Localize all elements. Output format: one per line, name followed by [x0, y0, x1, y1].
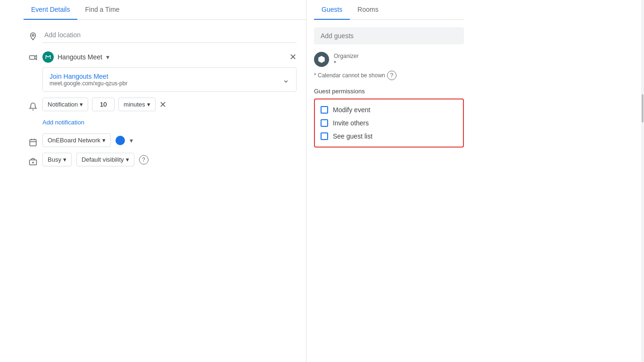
- busy-label: Busy: [48, 156, 61, 163]
- left-tabs: Event Details Find a Time: [24, 0, 306, 20]
- permission-see-guest-list: See guest list: [321, 130, 457, 143]
- notification-value-input[interactable]: [92, 98, 115, 111]
- organizer-email: *: [334, 59, 359, 66]
- status-content: Busy ▾ Default visibility ▾ ?: [42, 153, 297, 166]
- visibility-help-icon[interactable]: ?: [139, 155, 149, 165]
- calendar-select[interactable]: OnEBoard Network ▾: [42, 133, 111, 147]
- invite-others-checkbox[interactable]: [321, 119, 328, 127]
- invite-others-label: Invite others: [333, 119, 369, 127]
- status-bar: Busy ▾ Default visibility ▾ ?: [42, 153, 297, 166]
- meet-close-button[interactable]: ✕: [289, 52, 297, 62]
- svg-point-0: [32, 34, 34, 36]
- location-row: [24, 27, 306, 43]
- guest-permissions-box: Modify event Invite others See guest lis…: [314, 99, 464, 148]
- modify-event-checkbox[interactable]: [321, 106, 328, 114]
- notification-content: Notification ▾ minutes ▾ ✕: [42, 98, 297, 111]
- meet-bar: Hangouts Meet ▾ ✕: [42, 49, 297, 66]
- tab-event-details[interactable]: Event Details: [24, 0, 77, 20]
- svg-rect-2: [30, 140, 36, 146]
- add-notif-spacer: [24, 117, 42, 122]
- meet-url: meet.google.com/xgu-qzus-pbr: [50, 80, 127, 87]
- location-icon: [24, 27, 42, 41]
- briefcase-icon: [24, 153, 42, 166]
- bell-icon: [24, 98, 42, 111]
- notification-type-chevron: ▾: [80, 101, 83, 108]
- calendar-note-text: * Calendar cannot be shown: [314, 72, 385, 79]
- organizer-avatar: [314, 52, 329, 67]
- calendar-icon: [24, 133, 42, 147]
- calendar-note: * Calendar cannot be shown ?: [314, 71, 464, 80]
- right-tabs: Guests Rooms: [314, 0, 464, 20]
- meet-row: Hangouts Meet ▾ ✕ Join Hangouts Meet mee…: [24, 49, 306, 92]
- meet-join-link[interactable]: Join Hangouts Meet: [50, 73, 127, 80]
- notification-unit-chevron: ▾: [147, 101, 150, 108]
- calendar-row: OnEBoard Network ▾ ▾: [24, 133, 306, 147]
- meet-expand-icon[interactable]: ⌄: [282, 74, 289, 85]
- tab-guests[interactable]: Guests: [314, 0, 350, 20]
- guest-permissions-title: Guest permissions: [314, 88, 464, 95]
- add-notification-row: Add notification: [24, 117, 306, 128]
- svg-rect-1: [30, 56, 35, 59]
- meet-content: Hangouts Meet ▾ ✕ Join Hangouts Meet mee…: [42, 49, 297, 92]
- calendar-selector-row: OnEBoard Network ▾ ▾: [42, 133, 297, 147]
- notification-unit-select[interactable]: minutes ▾: [118, 98, 156, 111]
- guest-permissions-section: Guest permissions Modify event Invite ot…: [314, 88, 464, 148]
- organizer-label: Organizer: [334, 53, 359, 59]
- calendar-chevron-icon: ▾: [102, 137, 106, 144]
- notification-row: Notification ▾ minutes ▾ ✕: [24, 98, 306, 111]
- visibility-label: Default visibility: [82, 156, 124, 163]
- see-guest-list-label: See guest list: [333, 132, 372, 140]
- calendar-color-dot: [116, 136, 125, 145]
- right-panel: Guests Rooms Organizer * * Calendar cann…: [306, 0, 471, 362]
- meet-card-info: Join Hangouts Meet meet.google.com/xgu-q…: [50, 73, 127, 87]
- visibility-chevron-icon: ▾: [126, 156, 129, 163]
- organizer-row: Organizer *: [314, 52, 464, 67]
- calendar-content: OnEBoard Network ▾ ▾: [42, 133, 297, 147]
- meet-logo: [42, 51, 54, 63]
- notification-unit-label: minutes: [124, 101, 145, 108]
- add-guests-input[interactable]: [314, 27, 464, 44]
- scrollbar[interactable]: [641, 0, 644, 362]
- tab-rooms[interactable]: Rooms: [350, 0, 386, 20]
- notification-type-select[interactable]: Notification ▾: [42, 98, 88, 111]
- visibility-select[interactable]: Default visibility ▾: [76, 153, 134, 166]
- calendar-note-help-icon[interactable]: ?: [387, 71, 396, 80]
- calendar-label: OnEBoard Network: [48, 137, 100, 144]
- meet-chevron-icon: ▾: [106, 53, 109, 61]
- modify-event-label: Modify event: [333, 106, 370, 114]
- add-notification-content: Add notification: [42, 117, 297, 128]
- calendar-dot-dropdown[interactable]: ▾: [130, 137, 133, 144]
- tab-find-a-time[interactable]: Find a Time: [77, 0, 127, 20]
- organizer-info: Organizer *: [334, 53, 359, 66]
- status-row: Busy ▾ Default visibility ▾ ?: [24, 153, 306, 166]
- meet-label: Hangouts Meet: [58, 53, 102, 61]
- location-content: [42, 27, 297, 43]
- meet-dropdown[interactable]: ▾: [106, 53, 109, 61]
- permission-invite-others: Invite others: [321, 116, 457, 130]
- busy-chevron-icon: ▾: [63, 156, 66, 163]
- notification-type-label: Notification: [48, 101, 78, 108]
- notification-bar: Notification ▾ minutes ▾ ✕: [42, 98, 297, 111]
- meet-card: Join Hangouts Meet meet.google.com/xgu-q…: [42, 67, 297, 92]
- busy-status-select[interactable]: Busy ▾: [42, 153, 72, 166]
- location-input[interactable]: [42, 27, 297, 43]
- video-icon: [24, 49, 42, 62]
- scrollbar-thumb: [642, 94, 644, 123]
- notification-remove-button[interactable]: ✕: [159, 99, 166, 110]
- permission-modify-event: Modify event: [321, 103, 457, 116]
- add-notification-button[interactable]: Add notification: [42, 117, 297, 128]
- see-guest-list-checkbox[interactable]: [321, 132, 328, 140]
